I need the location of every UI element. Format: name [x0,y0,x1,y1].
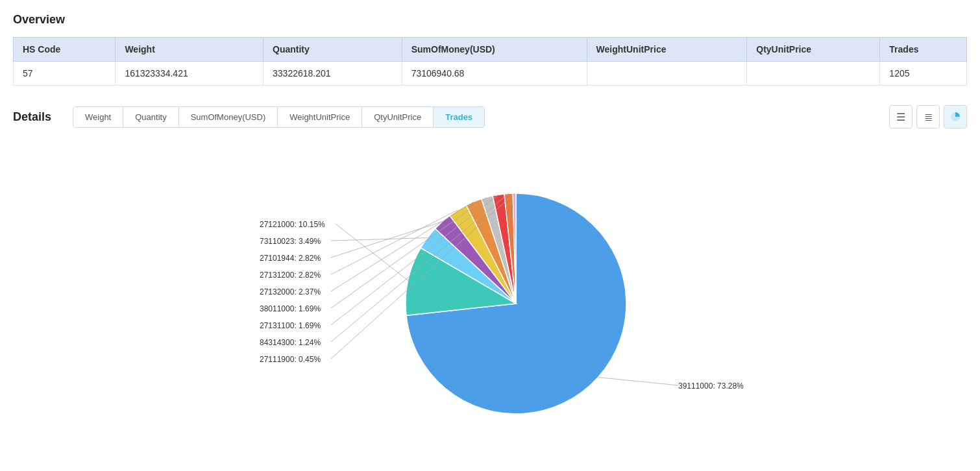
list-view-button[interactable]: ≣ [916,105,940,128]
pie-label-73110023: 73110023: 3.49% [260,237,321,246]
tab-sumofmoney-usd-[interactable]: SumOfMoney(USD) [179,107,278,127]
overview-cell: 1205 [880,62,967,86]
tab-trades[interactable]: Trades [434,107,484,127]
icon-group: ☰ ≣ [889,105,967,128]
tab-weightunitprice[interactable]: WeightUnitPrice [278,107,362,127]
overview-cell: 73106940.68 [402,62,587,86]
overview-col-weight: Weight [116,38,263,62]
pie-label-27101944: 27101944: 2.82% [260,254,321,263]
overview-col-sumofmoney-usd-: SumOfMoney(USD) [402,38,587,62]
pie-wrapper: 39111000: 73.28%27121000: 10.15%73110023… [198,154,782,453]
pie-label-27132000: 27132000: 2.37% [260,287,321,296]
overview-cell [587,62,747,86]
overview-cell: 33322618.201 [263,62,402,86]
table-view-button[interactable]: ☰ [889,105,913,128]
tab-weight[interactable]: Weight [73,107,123,127]
pie-label-27131100: 27131100: 1.69% [260,321,321,330]
details-tab-group: WeightQuantitySumOfMoney(USD)WeightUnitP… [73,106,485,128]
overview-cell: 161323334.421 [116,62,263,86]
overview-col-trades: Trades [880,38,967,62]
pie-label-84314300: 84314300: 1.24% [260,338,321,347]
overview-cell: 57 [14,62,116,86]
overview-table: HS CodeWeightQuantitySumOfMoney(USD)Weig… [13,37,967,86]
overview-cell [747,62,880,86]
details-title: Details [13,110,65,124]
tab-quantity[interactable]: Quantity [123,107,178,127]
tab-qtyunitprice[interactable]: QtyUnitPrice [362,107,434,127]
pie-chart [393,180,639,427]
pie-label-38011000: 38011000: 1.69% [260,304,321,313]
pie-view-button[interactable] [944,105,967,128]
overview-col-quantity: Quantity [263,38,402,62]
pie-label-27111900: 27111900: 0.45% [260,355,321,364]
overview-col-weightunitprice: WeightUnitPrice [587,38,747,62]
overview-row: 57161323334.42133322618.20173106940.6812… [14,62,967,86]
pie-label-27121000: 27121000: 10.15% [260,220,325,229]
chart-area: 39111000: 73.28%27121000: 10.15%73110023… [13,141,967,466]
pie-label-27131200: 27131200: 2.82% [260,271,321,280]
overview-title: Overview [13,13,967,27]
overview-col-qtyunitprice: QtyUnitPrice [747,38,880,62]
overview-col-hs-code: HS Code [14,38,116,62]
details-header: Details WeightQuantitySumOfMoney(USD)Wei… [13,105,967,128]
pie-label-39111000: 39111000: 73.28% [678,381,744,391]
